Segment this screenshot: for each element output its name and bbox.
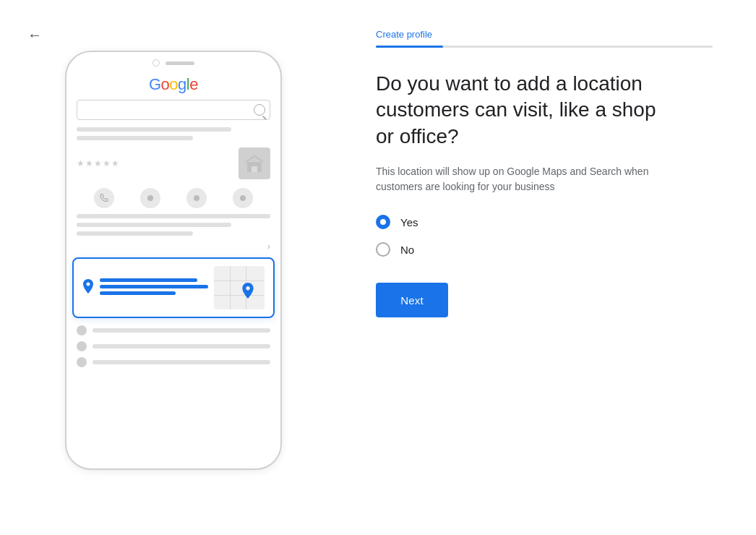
phone-top xyxy=(66,52,280,71)
stars-row: ★ ★ ★ ★ ★ xyxy=(66,145,280,182)
chevron-row: › xyxy=(66,240,280,253)
question-title: Do you want to add a location customers … xyxy=(376,71,679,150)
radio-yes-indicator xyxy=(376,215,390,229)
action-btn-share xyxy=(233,188,253,208)
radio-no-label: No xyxy=(400,244,414,256)
radio-option-no[interactable]: No xyxy=(376,242,713,257)
back-arrow-icon: ← xyxy=(27,27,42,43)
map-pin-icon xyxy=(241,283,254,302)
tab-label: Create profile xyxy=(376,29,713,40)
shop-icon xyxy=(239,147,270,179)
phone-speaker xyxy=(166,61,194,65)
phone-action-buttons xyxy=(66,182,280,214)
phone-shell: Google ★ ★ ★ xyxy=(65,51,282,470)
phone-content-lines xyxy=(66,127,280,140)
action-btn-call xyxy=(94,188,114,208)
back-button[interactable]: ← xyxy=(22,22,48,48)
google-logo: Google xyxy=(66,75,280,94)
phone-more-lines xyxy=(66,214,280,236)
radio-group: Yes No xyxy=(376,215,713,257)
card-lines xyxy=(100,278,208,298)
chevron-right-icon: › xyxy=(267,241,270,252)
page-container: ← Google xyxy=(0,0,756,535)
question-subtitle: This location will show up on Google Map… xyxy=(376,164,665,194)
phone-mockup: Google ★ ★ ★ xyxy=(65,51,282,484)
progress-bar-fill xyxy=(376,46,443,48)
next-button[interactable]: Next xyxy=(376,283,448,317)
progress-section: Create profile xyxy=(376,29,713,48)
action-btn-map xyxy=(140,188,160,208)
radio-no-indicator xyxy=(376,242,390,257)
left-panel: Google ★ ★ ★ xyxy=(0,0,347,535)
map-placeholder xyxy=(214,266,265,309)
action-btn-save xyxy=(186,188,207,208)
phone-bottom-content xyxy=(66,322,280,376)
progress-bar-container xyxy=(376,46,713,48)
right-panel: Create profile Do you want to add a loca… xyxy=(347,0,756,535)
radio-yes-inner xyxy=(380,219,386,225)
card-location-pin-icon xyxy=(82,279,94,297)
google-text: Google xyxy=(149,75,198,94)
phone-camera xyxy=(153,59,160,67)
phone-search-icon xyxy=(254,104,265,116)
radio-option-yes[interactable]: Yes xyxy=(376,215,713,229)
radio-yes-label: Yes xyxy=(400,216,418,228)
stars: ★ ★ ★ ★ ★ xyxy=(77,158,119,168)
phone-search-bar xyxy=(77,100,270,120)
svg-rect-1 xyxy=(252,166,257,172)
highlight-card xyxy=(72,257,275,318)
